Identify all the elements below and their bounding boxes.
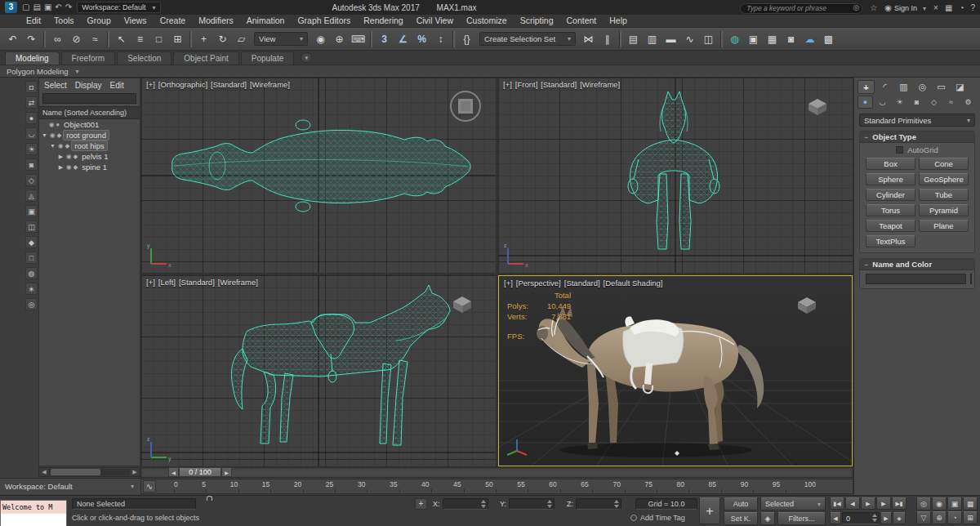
track-bar[interactable]: ∿ 05101520253035404550556065707580859095… bbox=[140, 479, 853, 494]
viewport-general-menu[interactable]: [+] bbox=[146, 278, 155, 287]
object-type-button[interactable]: Pyramid bbox=[919, 204, 969, 216]
hierarchy-tab-icon[interactable]: ▥ bbox=[895, 80, 912, 94]
angle-snap-icon[interactable]: ∠ bbox=[394, 30, 412, 48]
tree-item-label[interactable]: root hips bbox=[71, 140, 107, 151]
filter-particles-icon[interactable]: ∗ bbox=[25, 283, 38, 295]
toggle-layer-explorer-icon[interactable]: ▥ bbox=[643, 30, 662, 48]
object-type-button[interactable]: Sphere bbox=[866, 173, 915, 185]
ribbon-tab[interactable]: Object Paint bbox=[173, 51, 238, 65]
object-type-button[interactable]: Torus bbox=[866, 204, 915, 216]
filter-cameras-icon[interactable]: ◙ bbox=[25, 158, 38, 171]
object-type-button[interactable]: Box bbox=[866, 158, 915, 170]
spinner-icon[interactable] bbox=[613, 500, 620, 508]
menu-item[interactable]: Create bbox=[154, 15, 193, 27]
toolbar-separator[interactable] bbox=[619, 31, 621, 47]
cameras-category-icon[interactable]: ◙ bbox=[909, 96, 924, 109]
spinner-icon[interactable] bbox=[871, 514, 878, 522]
explorer-menu-item[interactable]: Display bbox=[75, 81, 102, 90]
viewport-general-menu[interactable]: [+] bbox=[503, 80, 512, 89]
display-tab-icon[interactable]: ▭ bbox=[933, 80, 950, 94]
viewport-general-menu[interactable]: [+] bbox=[504, 279, 513, 288]
shapes-category-icon[interactable]: ◡ bbox=[875, 96, 890, 109]
listener-pane[interactable] bbox=[1, 514, 66, 526]
explorer-horizontal-scrollbar[interactable]: ◀ ▶ bbox=[38, 467, 140, 477]
ribbon-tab[interactable]: Selection bbox=[117, 51, 172, 65]
key-mode-toggle-icon[interactable]: ◈ bbox=[893, 512, 906, 524]
object-color-swatch[interactable] bbox=[970, 274, 972, 284]
create-tab-icon[interactable]: + bbox=[858, 80, 875, 94]
menu-item[interactable]: Civil View bbox=[410, 15, 460, 27]
filter-xrefs-icon[interactable]: ◫ bbox=[25, 221, 38, 233]
polygon-modeling-panel[interactable]: Polygon Modeling bbox=[7, 67, 69, 76]
viewport-standard-menu[interactable]: [Standard] bbox=[564, 279, 600, 288]
select-and-rotate-icon[interactable]: ↻ bbox=[213, 30, 232, 48]
viewport-standard-menu[interactable]: [Standard] bbox=[211, 80, 247, 89]
material-editor-icon[interactable]: ◍ bbox=[725, 30, 744, 48]
systems-category-icon[interactable]: ⚙ bbox=[960, 96, 976, 109]
viewport-pov-menu[interactable]: [Perspective] bbox=[516, 279, 561, 288]
explorer-column-header[interactable]: Name (Sorted Ascending) bbox=[39, 106, 140, 119]
workspace-bar[interactable]: Workspace: Default ▾ bbox=[0, 478, 140, 494]
set-key-button[interactable]: Set K. bbox=[724, 512, 758, 525]
scroll-left-icon[interactable]: ◀ bbox=[39, 469, 49, 475]
spinner-icon[interactable] bbox=[546, 500, 553, 508]
set-keys-button[interactable]: + bbox=[699, 497, 720, 524]
tree-item-pelvis-1[interactable]: ▶ ◉ ◆ pelvis 1 bbox=[39, 151, 140, 162]
maximize-viewport-toggle-icon[interactable]: ⊞ bbox=[963, 511, 978, 524]
percent-snap-icon[interactable]: % bbox=[412, 30, 431, 48]
menu-item[interactable]: Tools bbox=[47, 15, 81, 27]
spacewarps-category-icon[interactable]: ≈ bbox=[943, 96, 959, 109]
zoom-icon[interactable]: ◎ bbox=[916, 497, 931, 510]
viewport-shading-menu[interactable]: [Default Shading] bbox=[604, 279, 663, 288]
wireframe-horse-side-view[interactable] bbox=[141, 275, 496, 466]
render-in-cloud-icon[interactable]: ☁ bbox=[800, 30, 819, 48]
viewport-general-menu[interactable]: [+] bbox=[146, 80, 155, 89]
lock-cell-editing-icon[interactable]: ◘ bbox=[25, 81, 38, 93]
object-type-button[interactable]: Plane bbox=[919, 220, 969, 232]
next-frame-button[interactable]: ▶ bbox=[880, 512, 892, 524]
absolute-mode-icon[interactable]: + bbox=[415, 498, 427, 510]
edit-named-selection-sets-icon[interactable]: {} bbox=[457, 30, 476, 48]
use-pivot-center-icon[interactable]: ◉ bbox=[311, 30, 330, 48]
expand-icon[interactable]: ▶ bbox=[57, 154, 65, 160]
explorer-menu-item[interactable]: Edit bbox=[110, 81, 124, 90]
menu-item[interactable]: Customize bbox=[460, 15, 514, 27]
notifications-icon[interactable]: ◔ bbox=[959, 2, 964, 15]
window-crossing-icon[interactable]: ⊞ bbox=[168, 30, 187, 48]
next-frame-icon[interactable]: ▶ bbox=[221, 467, 232, 477]
zoom-extents-all-icon[interactable]: ▦ bbox=[963, 497, 978, 510]
auto-key-button[interactable]: Auto bbox=[724, 497, 758, 510]
selection-lock-icon[interactable] bbox=[204, 500, 216, 510]
primitive-category-dropdown[interactable]: Standard Primitives ▾ bbox=[859, 114, 975, 127]
toggle-ribbon-icon[interactable]: ▬ bbox=[662, 30, 680, 48]
open-file-icon[interactable]: ▤ bbox=[33, 1, 40, 14]
wireframe-horse-front-view[interactable] bbox=[498, 78, 853, 273]
object-type-button[interactable]: Tube bbox=[919, 189, 969, 201]
toolbar-separator[interactable] bbox=[189, 31, 192, 47]
filter-geometry-icon[interactable]: ● bbox=[25, 112, 38, 124]
key-filters-icon[interactable]: ◈ bbox=[760, 512, 775, 525]
filter-lights-icon[interactable]: ☀ bbox=[25, 143, 38, 155]
search-icon[interactable]: ◎ bbox=[853, 3, 859, 11]
object-type-button[interactable]: GeoSphere bbox=[919, 173, 969, 185]
viewport-standard-menu[interactable]: [Standard] bbox=[541, 80, 577, 89]
select-object-icon[interactable]: ↖ bbox=[112, 30, 131, 48]
menu-item[interactable]: Views bbox=[118, 15, 154, 27]
select-and-scale-icon[interactable]: ▱ bbox=[232, 30, 251, 48]
expand-icon[interactable]: ▼ bbox=[41, 132, 48, 138]
ribbon-options-icon[interactable]: ▾ bbox=[301, 52, 312, 63]
find-icon[interactable]: ◎ bbox=[25, 298, 38, 310]
time-slider-value[interactable]: 0 / 100 bbox=[179, 467, 221, 477]
filter-spacewarps-icon[interactable]: ◬ bbox=[25, 189, 38, 202]
object-type-button[interactable]: Cylinder bbox=[866, 189, 915, 201]
spinner-snap-icon[interactable]: ↕ bbox=[431, 30, 450, 48]
modify-tab-icon[interactable]: ◜ bbox=[876, 80, 893, 94]
zoom-extents-icon[interactable]: ▣ bbox=[947, 497, 962, 510]
toolbar-separator[interactable] bbox=[452, 31, 455, 47]
tree-item-label[interactable]: pelvis 1 bbox=[79, 152, 110, 161]
save-file-icon[interactable]: ▣ bbox=[44, 1, 51, 14]
view-cube[interactable] bbox=[447, 87, 484, 125]
menu-item[interactable]: Edit bbox=[20, 15, 47, 27]
bind-to-space-warp-icon[interactable]: ≈ bbox=[86, 30, 105, 48]
geometry-category-icon[interactable]: ● bbox=[858, 96, 873, 109]
